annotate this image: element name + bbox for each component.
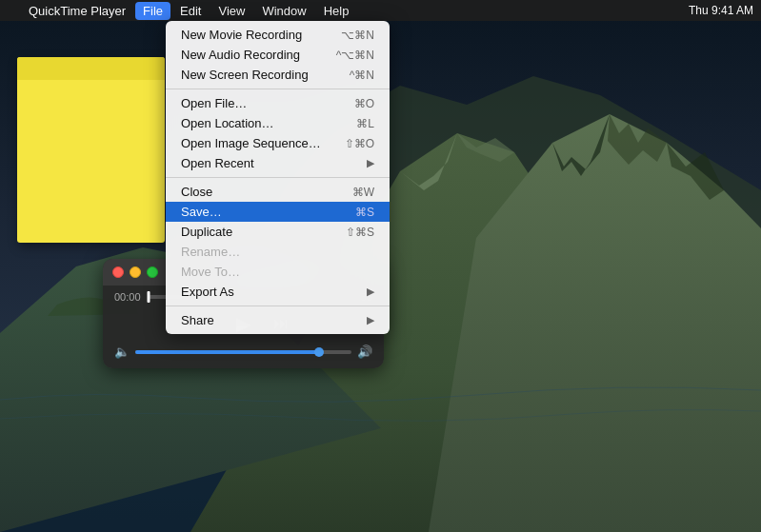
menubar-clock: Thu 9:41 AM (689, 4, 753, 17)
menubar-file[interactable]: File (135, 2, 170, 20)
menubar-help[interactable]: Help (316, 2, 357, 20)
menubar-window[interactable]: Window (254, 2, 313, 20)
menu-item-open-image-seq[interactable]: Open Image Sequence… ⇧⌘O (166, 133, 390, 153)
menubar: QuickTime Player File Edit View Window H… (0, 0, 761, 21)
qt-volume-bar[interactable] (135, 350, 351, 354)
file-dropdown-menu: New Movie Recording ⌥⌘N New Audio Record… (166, 21, 390, 334)
qt-time-start: 00:00 (114, 291, 141, 303)
qt-progress-thumb[interactable] (147, 291, 150, 303)
traffic-light-zoom[interactable] (147, 266, 158, 278)
menu-item-duplicate[interactable]: Duplicate ⇧⌘S (166, 222, 390, 242)
qt-volume-min-icon: 🔈 (114, 345, 130, 359)
apple-menu[interactable] (8, 9, 19, 12)
sticky-note-header (17, 57, 165, 80)
menubar-left: QuickTime Player File Edit View Window H… (8, 2, 356, 20)
menu-item-open-recent[interactable]: Open Recent ▶ (166, 153, 390, 173)
menu-item-share[interactable]: Share ▶ (166, 310, 390, 330)
menu-item-new-audio[interactable]: New Audio Recording ^⌥⌘N (166, 45, 390, 65)
traffic-light-minimize[interactable] (130, 266, 141, 278)
menubar-edit[interactable]: Edit (172, 2, 209, 20)
menu-separator-2 (166, 177, 390, 178)
menu-item-close[interactable]: Close ⌘W (166, 182, 390, 202)
menu-item-new-screen[interactable]: New Screen Recording ^⌘N (166, 65, 390, 85)
qt-volume-max-icon: 🔊 (357, 345, 372, 359)
qt-volume-thumb[interactable] (314, 347, 324, 357)
menu-item-export-as[interactable]: Export As ▶ (166, 282, 390, 302)
menu-item-open-file[interactable]: Open File… ⌘O (166, 93, 390, 113)
menubar-view[interactable]: View (210, 2, 252, 20)
sticky-note (17, 57, 165, 243)
menubar-quicktime[interactable]: QuickTime Player (21, 2, 133, 20)
qt-volume-fill (135, 350, 319, 354)
menu-item-move-to: Move To… (166, 262, 390, 282)
menu-item-open-location[interactable]: Open Location… ⌘L (166, 113, 390, 133)
menu-separator-1 (166, 89, 390, 89)
menu-item-rename: Rename… (166, 242, 390, 262)
menu-item-save[interactable]: Save… ⌘S (166, 202, 390, 222)
menu-separator-3 (166, 305, 390, 306)
menubar-right: Thu 9:41 AM (689, 4, 753, 17)
menu-item-new-movie[interactable]: New Movie Recording ⌥⌘N (166, 25, 390, 45)
qt-volume-row: 🔈 🔊 (114, 345, 372, 359)
traffic-light-close[interactable] (112, 266, 124, 278)
